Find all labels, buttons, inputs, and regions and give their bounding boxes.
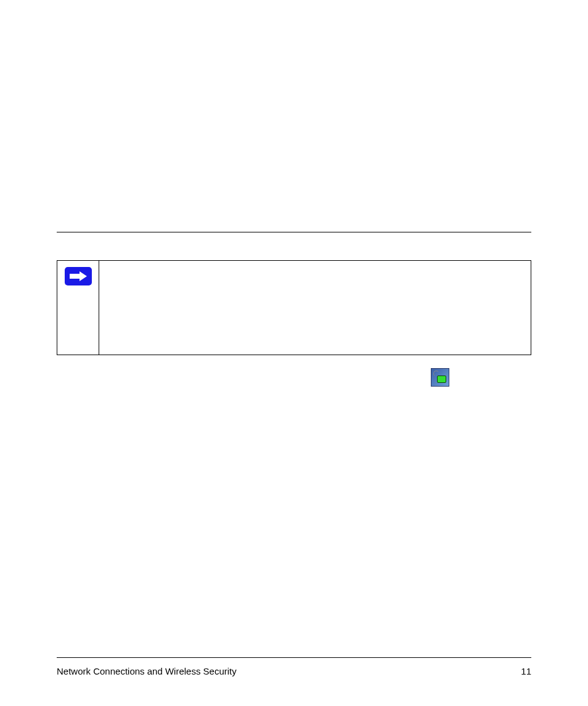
footer-rule [57, 657, 531, 658]
note-text-cell [99, 261, 531, 355]
monitor-glyph [437, 376, 446, 383]
horizontal-rule [57, 232, 531, 232]
document-page: Network Connections and Wireless Securit… [0, 0, 588, 706]
note-icon-cell [57, 261, 99, 355]
footer-page-number: 11 [521, 666, 531, 676]
arrow-right-icon [65, 267, 92, 285]
footer-section-title: Network Connections and Wireless Securit… [57, 666, 237, 676]
svg-rect-0 [70, 274, 80, 279]
svg-marker-1 [80, 271, 87, 281]
note-box [57, 260, 531, 355]
content-area: Network Connections and Wireless Securit… [57, 0, 531, 706]
smart-wizard-tray-icon [431, 368, 449, 387]
page-footer: Network Connections and Wireless Securit… [57, 666, 531, 676]
